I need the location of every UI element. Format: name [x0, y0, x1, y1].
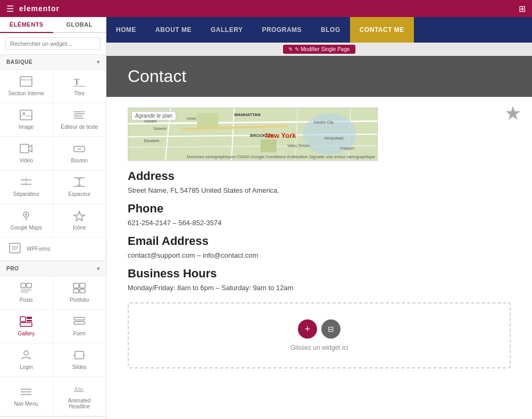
nav-home[interactable]: HOME [106, 17, 146, 43]
hours-text: Monday/Friday: 8am to 6pm – Saturday: 9a… [128, 284, 511, 292]
widget-posts[interactable]: Posts [0, 276, 53, 310]
sidebar-tabs: ÉLÉMENTS GLOBAL [0, 17, 106, 33]
grid-icon[interactable]: ⊞ [519, 4, 526, 14]
espaceur-icon [73, 177, 86, 189]
titre-icon: T [73, 76, 86, 88]
tab-elements[interactable]: ÉLÉMENTS [0, 17, 53, 33]
section-interne-icon [20, 76, 32, 88]
widget-espaceur[interactable]: Espaceur [53, 170, 106, 204]
address-section: Address Street Name, FL 54785 United Sta… [128, 169, 511, 194]
widget-editeur-texte[interactable]: Éditeur de texte [53, 103, 106, 137]
svg-rect-41 [74, 322, 85, 324]
widget-login[interactable]: Login [0, 343, 53, 377]
widget-nav-menu-label: Nav Menu [14, 401, 38, 407]
widget-form[interactable]: Form [53, 310, 106, 343]
agrandir-le-plan-button[interactable]: Agrandir le plan [131, 111, 176, 120]
section-pro-header[interactable]: PRO ▾ [0, 261, 106, 276]
svg-text:Elizabeth: Elizabeth [144, 139, 160, 143]
email-section: Email Address contact@support.com – info… [128, 234, 511, 259]
login-icon [20, 350, 32, 362]
svg-rect-34 [73, 289, 79, 293]
nav-programs[interactable]: PROGRAMS [252, 17, 311, 43]
widget-portfolio-label: Portfolio [70, 297, 89, 303]
widget-google-maps[interactable]: Google Maps [0, 204, 53, 237]
animated-headline-icon: Abc [73, 383, 86, 396]
svg-text:Valley Stream: Valley Stream [287, 144, 310, 149]
page-toolbar: ✎ ✎ Modifier Single Page [106, 43, 532, 56]
svg-rect-36 [20, 317, 26, 322]
pro-chevron-down-icon: ▾ [97, 266, 100, 272]
widget-section-interne[interactable]: Section Interne [0, 70, 53, 103]
portfolio-icon [73, 283, 86, 295]
widget-titre[interactable]: T Titre [53, 70, 106, 103]
widget-image-label: Image [19, 124, 34, 130]
gallery-icon [20, 316, 32, 328]
widget-slides[interactable]: Slides [53, 343, 106, 377]
widget-image[interactable]: Image [0, 103, 53, 137]
svg-text:T: T [74, 77, 80, 86]
search-input[interactable] [5, 37, 101, 50]
nav-contact-me[interactable]: CONTACT ME [350, 17, 414, 43]
posts-icon [20, 283, 32, 295]
modifier-label: ✎ Modifier Single Page [295, 46, 350, 52]
phone-section: Phone 621-254-2147 – 564-852-3574 [128, 202, 511, 227]
widget-bouton[interactable]: Bouton [53, 137, 106, 170]
widget-options-button[interactable]: ⊟ [321, 319, 340, 339]
svg-rect-40 [74, 317, 85, 320]
widget-gallery-label: Gallery [18, 331, 35, 336]
widget-nav-menu[interactable]: Nav Menu [0, 377, 53, 416]
svg-rect-28 [27, 283, 31, 287]
widget-login-label: Login [20, 364, 32, 370]
widget-icone[interactable]: Icône [53, 204, 106, 237]
modifier-single-page-button[interactable]: ✎ ✎ Modifier Single Page [283, 45, 355, 54]
widget-video[interactable]: Vidéo [0, 137, 53, 170]
widget-editeur-texte-label: Éditeur de texte [61, 124, 98, 130]
phone-heading: Phone [128, 202, 511, 216]
svg-rect-4 [20, 110, 32, 120]
widget-separateur[interactable]: Séparateur [0, 170, 53, 204]
hours-heading: Business Hours [128, 267, 511, 281]
widget-slides-label: Slides [72, 364, 87, 370]
nav-blog[interactable]: BLOG [311, 17, 350, 43]
svg-rect-59 [197, 113, 218, 129]
nav-menu-icon [20, 387, 32, 399]
widget-wpforms[interactable]: WPForms [0, 237, 106, 261]
icone-icon [73, 210, 86, 223]
address-text: Street Name, FL 54785 United States of A… [128, 186, 511, 194]
hamburger-icon[interactable]: ☰ [6, 4, 14, 14]
svg-rect-33 [80, 283, 85, 288]
svg-rect-35 [80, 289, 85, 293]
map-container: Newark Union Elizabeth MANHATTAN BROOKLY… [128, 108, 378, 161]
page-header: Contact [106, 56, 532, 97]
widget-portfolio[interactable]: Portfolio [53, 276, 106, 310]
wpforms-icon [9, 243, 21, 255]
widget-bouton-label: Bouton [71, 158, 88, 163]
tab-global[interactable]: GLOBAL [53, 17, 106, 33]
nav-bar: HOME ABOUT ME GALLERY PROGRAMS BLOG CONT… [106, 17, 532, 43]
page-title: Contact [128, 67, 511, 86]
hours-section: Business Hours Monday/Friday: 8am to 6pm… [128, 267, 511, 292]
widget-gallery[interactable]: Gallery [0, 310, 53, 343]
svg-text:MANHATTAN: MANHATTAN [234, 112, 261, 117]
video-icon [20, 143, 32, 155]
nav-about-me[interactable]: ABOUT ME [146, 17, 201, 43]
widget-animated-headline[interactable]: Abc Animated Headline [53, 377, 106, 416]
contact-body: ★ [106, 97, 532, 390]
add-widget-button[interactable]: + [298, 319, 317, 339]
widget-separateur-label: Séparateur [13, 191, 39, 197]
bouton-icon [73, 143, 86, 155]
svg-rect-0 [20, 77, 32, 86]
widget-espaceur-label: Espaceur [68, 191, 90, 197]
star-icon: ★ [504, 102, 521, 125]
widget-icone-label: Icône [73, 225, 86, 231]
widget-google-maps-label: Google Maps [11, 225, 42, 231]
basique-widget-grid: Section Interne T Titre Image Éditeur de… [0, 70, 106, 261]
image-icon [20, 110, 32, 122]
widget-form-label: Form [73, 331, 86, 336]
widget-section-interne-label: Section Interne [9, 91, 44, 96]
section-basique-header[interactable]: BASIQUE ▾ [0, 55, 106, 70]
svg-rect-27 [21, 283, 26, 287]
sidebar-search [0, 33, 106, 55]
nav-gallery[interactable]: GALLERY [201, 17, 252, 43]
svg-rect-37 [27, 317, 32, 319]
